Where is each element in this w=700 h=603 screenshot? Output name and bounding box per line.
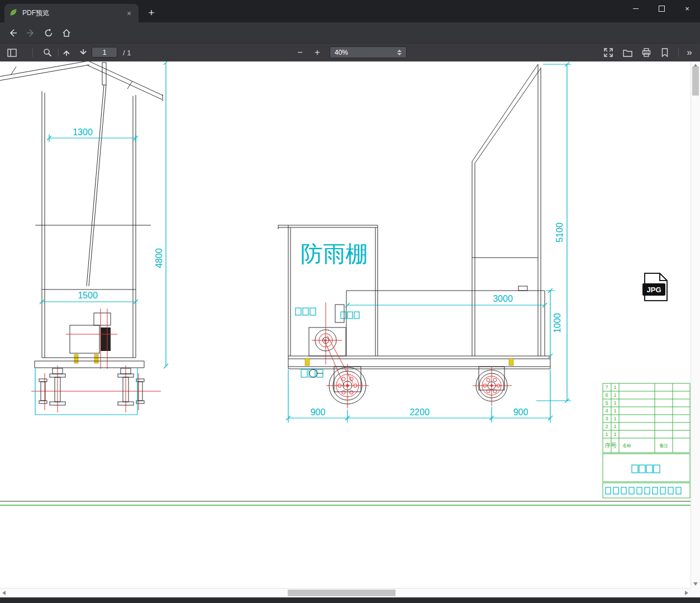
toolbar-separator (678, 48, 679, 57)
bom-row-qty: 1 (613, 416, 616, 421)
dim-front-inner-width: 1500 (78, 291, 98, 300)
dim-front-width: 1300 (73, 127, 93, 137)
page-count-label: / 1 (123, 49, 131, 57)
new-tab-button[interactable]: + (144, 6, 159, 20)
motor-pulley (312, 302, 353, 387)
presentation-mode-icon[interactable] (602, 47, 615, 58)
front-view: 1300 4800 1500 (0, 61, 168, 415)
zoom-out-icon[interactable]: − (293, 46, 307, 59)
dim-side-height: 5100 (555, 222, 564, 243)
open-file-icon[interactable] (621, 47, 634, 58)
dim-wheelbase-left: 900 (311, 407, 326, 417)
maximize-button[interactable] (649, 0, 674, 17)
scrollbar-corner (691, 588, 700, 597)
toolbar-separator (58, 48, 59, 57)
vertical-scrollbar[interactable] (691, 61, 700, 588)
dim-front-height: 4800 (154, 248, 164, 268)
bom-row-qty: 1 (613, 408, 616, 414)
leaf-favicon-icon (9, 8, 18, 18)
home-icon[interactable] (58, 25, 75, 41)
jpg-file-icon: JPG (642, 273, 667, 301)
search-icon[interactable] (41, 47, 54, 58)
bom-row-qty: 1 (613, 392, 616, 398)
back-icon[interactable] (4, 25, 21, 41)
zoom-in-icon[interactable]: + (311, 46, 324, 59)
bom-row-qty: 1 (613, 384, 616, 390)
navigation-bar: localhost:8012/onlinePreview?url=http%3A… (0, 22, 700, 44)
tab-strip: PDF预览 × + × (0, 0, 700, 22)
title-tofu-squares (606, 465, 681, 494)
sheet-border (0, 501, 691, 505)
minimize-button[interactable] (623, 0, 649, 17)
canopy-label: 防雨棚 (301, 241, 368, 266)
window-bottom-edge (0, 597, 700, 603)
page-down-icon[interactable] (77, 47, 89, 58)
zoom-level-select[interactable]: 40% (330, 46, 407, 58)
select-caret-icon (397, 50, 402, 55)
scroll-right-icon[interactable] (685, 591, 688, 595)
print-icon[interactable] (640, 47, 653, 58)
dim-tank-height: 1000 (553, 313, 562, 333)
tab-title: PDF预览 (22, 8, 124, 18)
front-wheelset-left (39, 368, 65, 405)
scroll-left-icon[interactable] (2, 591, 6, 595)
close-button[interactable]: × (674, 0, 700, 17)
zoom-value: 40% (335, 49, 348, 56)
maximize-icon (659, 6, 665, 12)
bom-row-no: 4 (605, 408, 608, 414)
bom-row-qty: 1 (613, 424, 616, 429)
dim-wheelbase-right: 900 (513, 407, 528, 417)
front-wheelset-right (118, 368, 144, 405)
window-controls: × (623, 0, 700, 17)
bom-row-no: 7 (605, 384, 608, 390)
page-number-input[interactable] (92, 47, 117, 58)
toolbar-separator (32, 48, 33, 57)
tab-pdf-preview[interactable]: PDF预览 × (4, 4, 139, 22)
side-wheel-front (326, 364, 369, 409)
bom-row-qty: 1 (613, 400, 616, 406)
bom-header-no: 序号 (604, 442, 617, 449)
horizontal-scrollbar[interactable] (0, 588, 691, 597)
jpg-label: JPG (646, 286, 661, 294)
horizontal-scroll-thumb[interactable] (288, 590, 396, 596)
bom-header-note: 备注 (659, 443, 668, 448)
bom-row-no: 2 (605, 424, 608, 429)
bom-row-no: 3 (605, 416, 608, 421)
bom-row-no: 6 (605, 392, 608, 398)
browser-window: { "window_controls": {"close": "×"}, "ta… (0, 0, 700, 603)
dim-tank-width: 3000 (493, 294, 513, 303)
scroll-down-icon[interactable] (693, 582, 698, 586)
bom-row-no: 1 (605, 431, 608, 437)
side-view: 防雨棚 (278, 62, 571, 422)
forward-icon[interactable] (22, 25, 39, 41)
vertical-scroll-thumb[interactable] (692, 67, 699, 96)
bom-header-name: 名称 (622, 443, 631, 448)
bookmark-save-icon[interactable] (659, 47, 671, 58)
side-wheel-rear (473, 366, 512, 406)
title-block: 7 6 5 4 3 2 1 1 1 1 1 1 1 1 序号 名称 备注 (603, 383, 690, 498)
reload-icon[interactable] (40, 25, 57, 41)
sidebar-toggle-icon[interactable] (6, 47, 18, 58)
pdf-page-canvas[interactable]: 1300 4800 1500 防雨棚 (0, 61, 691, 588)
minimize-icon (633, 8, 639, 9)
bom-row-no: 5 (605, 400, 608, 406)
more-tools-icon[interactable]: » (683, 46, 696, 59)
cad-drawing: 1300 4800 1500 防雨棚 (0, 61, 691, 588)
tab-close-icon[interactable]: × (124, 8, 134, 18)
dim-wheelbase-center: 2200 (409, 407, 430, 417)
page-up-icon[interactable] (60, 47, 73, 58)
bom-row-qty: 1 (613, 431, 616, 437)
pdf-toolbar: / 1 − + 40% » (0, 44, 700, 61)
